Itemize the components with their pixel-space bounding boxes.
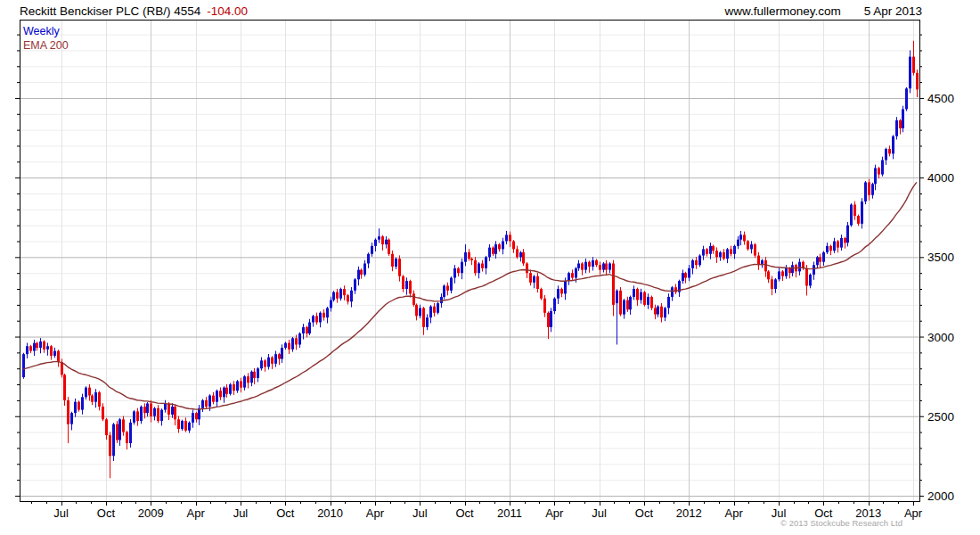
- candle-body: [405, 281, 408, 289]
- candle-body: [143, 407, 146, 413]
- candle-body: [726, 249, 729, 259]
- candle-body: [853, 204, 856, 215]
- candle-body: [167, 403, 170, 414]
- candle-body: [871, 184, 874, 194]
- candle-body: [754, 244, 756, 255]
- candle-body: [529, 273, 532, 283]
- candle-body: [36, 343, 38, 348]
- candle-body: [360, 270, 363, 275]
- candle-body: [253, 372, 256, 378]
- candle-body: [378, 236, 380, 240]
- candle-body: [730, 249, 732, 253]
- candle-body: [798, 262, 801, 272]
- candle-body: [395, 259, 397, 267]
- candle-body: [422, 308, 425, 326]
- candle-body: [536, 276, 539, 289]
- candle-body: [357, 270, 360, 280]
- candle-body: [816, 257, 819, 265]
- candle-body: [664, 308, 666, 317]
- candle-body: [785, 268, 788, 276]
- candle-body: [850, 204, 853, 225]
- x-axis-label: Jul: [233, 506, 249, 520]
- candle-body: [274, 354, 277, 364]
- x-axis-label: 2010: [317, 506, 343, 520]
- candle-body: [688, 268, 690, 278]
- candle-body: [857, 216, 860, 224]
- candle-body: [474, 260, 477, 273]
- candle-body: [767, 271, 770, 279]
- candle-body: [85, 388, 87, 398]
- candle-body: [308, 322, 311, 333]
- candle-body: [91, 396, 94, 402]
- candle-body: [809, 275, 812, 285]
- candle-body: [343, 289, 346, 295]
- candle-body: [826, 246, 829, 252]
- x-axis-label: Apr: [725, 506, 744, 520]
- candle-body: [205, 400, 208, 407]
- candle-body: [267, 358, 270, 367]
- candle-body: [391, 254, 394, 267]
- candle-body: [743, 235, 746, 241]
- candle-body: [453, 268, 456, 278]
- candle-body: [706, 249, 708, 253]
- candle-body: [575, 268, 577, 278]
- candle-body: [288, 343, 290, 350]
- candle-body: [332, 292, 335, 300]
- candle-body: [46, 346, 49, 350]
- candle-body: [916, 73, 919, 90]
- candle-body: [312, 316, 314, 322]
- candle-body: [571, 273, 574, 277]
- candle-body: [813, 265, 815, 275]
- candle-body: [98, 392, 101, 407]
- candle-body: [315, 316, 318, 322]
- x-axis-label: Apr: [186, 506, 205, 520]
- candle-body: [260, 360, 263, 368]
- candle-body: [553, 299, 556, 311]
- candle-body: [354, 279, 356, 290]
- candle-body: [584, 262, 587, 270]
- candle-body: [470, 259, 473, 260]
- candle-body: [39, 342, 42, 348]
- candle-body: [771, 279, 773, 289]
- candle-body: [437, 303, 439, 313]
- candle-body: [336, 292, 339, 299]
- candle-body: [560, 289, 563, 293]
- candle-body: [160, 410, 163, 421]
- candle-body: [885, 149, 887, 160]
- candle-body: [526, 263, 528, 273]
- candle-body: [319, 313, 322, 323]
- candle-body: [150, 403, 152, 416]
- candle-body: [398, 259, 401, 276]
- candle-body: [540, 289, 543, 299]
- candle-body: [608, 263, 611, 269]
- candle-body: [829, 246, 832, 251]
- candle-body: [350, 291, 353, 301]
- candle-body: [450, 278, 453, 291]
- candle-body: [888, 149, 891, 153]
- candle-body: [367, 254, 370, 264]
- candle-body: [105, 419, 108, 435]
- legend-weekly-label: Weekly: [23, 24, 69, 38]
- candle-body: [67, 400, 69, 424]
- candle-body: [846, 226, 849, 243]
- x-axis-label: Oct: [97, 506, 116, 520]
- x-axis-label: 2009: [138, 506, 164, 520]
- candle-body: [747, 242, 749, 250]
- candle-body: [512, 242, 515, 250]
- plot-border: [20, 21, 920, 502]
- candle-body: [636, 289, 639, 300]
- candle-body: [118, 419, 121, 440]
- candle-body: [74, 402, 77, 413]
- candle-body: [26, 346, 29, 354]
- candle-body: [88, 388, 91, 396]
- candle-body: [63, 374, 66, 400]
- candle-body: [723, 252, 725, 259]
- candle-body: [250, 372, 253, 383]
- candle-body: [619, 291, 622, 315]
- candle-body: [822, 252, 825, 262]
- candle-body: [695, 260, 698, 265]
- candle-body: [764, 260, 767, 271]
- candle-body: [577, 263, 580, 268]
- candle-body: [892, 136, 894, 154]
- x-axis-label: Oct: [635, 506, 654, 520]
